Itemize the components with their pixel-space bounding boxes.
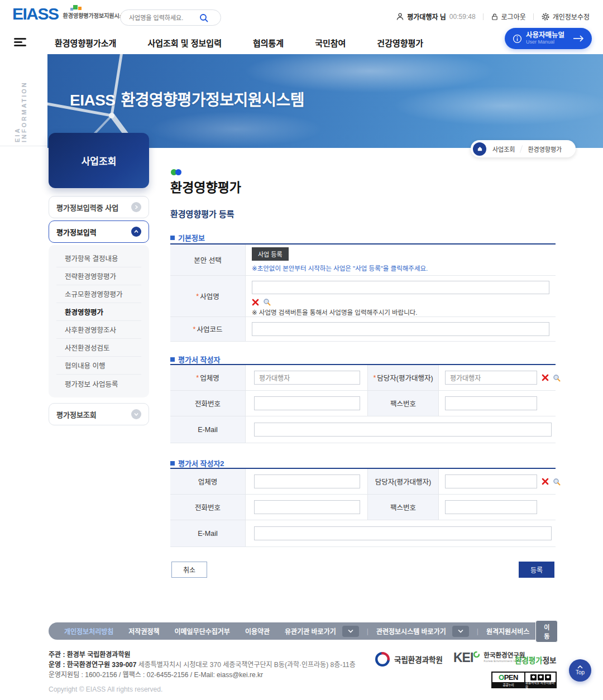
breadcrumb-project-search[interactable]: 사업조회: [486, 145, 521, 154]
search-magnifier-icon[interactable]: [263, 298, 271, 306]
logo-text: EIASS: [12, 6, 59, 21]
submenu-eval-items[interactable]: 평가항목 결정내용: [56, 250, 141, 267]
side-strip: EIA INFORMATION: [0, 54, 47, 146]
search-magnifier-icon[interactable]: [553, 478, 561, 486]
search-magnifier-icon[interactable]: [553, 374, 561, 382]
page-title: 환경영향평가: [170, 177, 241, 196]
chevron-right-icon: [131, 202, 141, 212]
logout-button[interactable]: 로그아웃: [501, 12, 526, 21]
nav-item-stats[interactable]: 협의통계: [253, 37, 284, 49]
kei-swirl-icon: [473, 651, 480, 658]
clear-icon[interactable]: [252, 299, 259, 306]
company-label: *업체명: [170, 365, 246, 390]
eiass-page: EIASS 환경영향평가정보지원시스템 평가대행자 님 00:59:48 로그아…: [0, 0, 603, 700]
clear-icon[interactable]: [542, 374, 549, 381]
email-input[interactable]: [254, 423, 552, 437]
gear-icon: [541, 12, 550, 21]
home-icon[interactable]: [473, 142, 486, 156]
footer-supervisor: 주관 : 환경부 국립환경과학원: [49, 649, 130, 659]
submenu-small-scale-eia[interactable]: 소규모환경영향평가: [56, 285, 141, 303]
eia-information-label: EIA INFORMATION: [14, 64, 27, 142]
footer-link-bar: 개인정보처리방침 저작권정책 이메일무단수집거부 이용약관 유관기관 바로가기 …: [49, 622, 554, 640]
phone-input[interactable]: [254, 396, 360, 410]
fax-label: 팩스번호: [368, 495, 439, 520]
divider: |: [477, 627, 478, 635]
remote-support-go-button[interactable]: 이동: [535, 620, 558, 643]
related-orgs-label: 유관기관 바로가기: [285, 626, 336, 636]
manager-input[interactable]: [445, 474, 537, 488]
search-icon[interactable]: [199, 13, 209, 23]
submenu-eia-active[interactable]: 환경영향평가: [56, 303, 141, 321]
submit-button[interactable]: 등록: [519, 562, 554, 578]
manager-label: 담당자(평가대행자): [368, 469, 439, 494]
info-icon: [513, 34, 522, 44]
chevron-up-icon: [577, 665, 583, 669]
kogl-open-badge: OPEN 공공누리 공공저작물 자유이용허락: [491, 672, 557, 688]
breadcrumb-eia[interactable]: 환경영향평가: [521, 145, 568, 154]
related-orgs-dropdown[interactable]: [342, 626, 359, 637]
session-timer: 00:59:48: [449, 13, 476, 21]
company-input[interactable]: [254, 371, 360, 385]
submenu-strategic-eia[interactable]: 전략환경영향평가: [56, 267, 141, 285]
submenu-agreement-implementation[interactable]: 협의내용 이행: [56, 357, 141, 375]
hero-title-en: EIASS: [70, 92, 116, 109]
sidebar-item-projects-in-progress[interactable]: 평가정보입력중 사업: [49, 196, 149, 218]
section-title: 평가서 작성자: [178, 354, 220, 365]
header: EIASS 환경영향평가정보지원시스템 평가대행자 님 00:59:48 로그아…: [0, 0, 603, 31]
title-dots-icon: [171, 169, 184, 175]
section-title: 평가서 작성자2: [178, 458, 224, 468]
nier-logo-icon: [375, 652, 390, 667]
related-systems-dropdown[interactable]: [452, 626, 469, 637]
section-writer1: 평가서 작성자: [170, 354, 220, 365]
draft-note: ※초안없이 본안부터 시작하는 사업은 "사업 등록"을 클릭해주세요.: [252, 263, 428, 272]
manager-input[interactable]: [445, 371, 537, 385]
submenu-prior-env-review[interactable]: 사전환경성검토: [56, 339, 141, 357]
remote-support-label: 원격지원서비스: [486, 626, 529, 636]
footer-contact: 운영지원팀 : 1600-2156 / 웹팩스 : 02-6455-2156 /…: [49, 669, 263, 679]
nier-logo: 국립환경과학원: [375, 652, 443, 667]
submenu-post-eia-survey[interactable]: 사후환경영향조사: [56, 321, 141, 339]
eiass-logo[interactable]: EIASS 환경영향평가정보지원시스템: [12, 6, 130, 21]
kei-abbr: KEI: [453, 651, 473, 664]
clear-icon[interactable]: [542, 478, 549, 485]
submenu-project-registration[interactable]: 평가정보 사업등록: [56, 375, 141, 392]
manager-label: *담당자(평가대행자): [368, 365, 439, 390]
privacy-policy-link[interactable]: 개인정보처리방침: [64, 626, 113, 636]
hero-title: EIASS환경영향평가정보지원시스템: [70, 88, 304, 110]
sidebar-item-label: 평가정보조회: [56, 409, 131, 420]
copyright-policy-link[interactable]: 저작권정책: [128, 626, 159, 636]
nav-item-public[interactable]: 국민참여: [315, 37, 346, 49]
scroll-top-button[interactable]: Top: [569, 659, 591, 682]
privacy-edit-button[interactable]: 개인정보수정: [553, 12, 590, 21]
sidebar-item-eval-info-search[interactable]: 평가정보조회: [49, 403, 149, 425]
top-label: Top: [576, 669, 585, 675]
hamburger-menu-icon[interactable]: [14, 38, 26, 46]
sidebar-item-eval-info-input[interactable]: 평가정보입력: [49, 220, 149, 243]
cancel-button[interactable]: 취소: [171, 562, 207, 578]
nav-item-project-search[interactable]: 사업조회 및 정보입력: [147, 37, 222, 49]
sidebar-item-label: 평가정보입력중 사업: [56, 202, 131, 213]
nav-item-intro[interactable]: 환경영향평가소개: [55, 37, 116, 49]
sidebar-title-project-search[interactable]: 사업조회: [49, 133, 149, 188]
company-input[interactable]: [254, 474, 360, 488]
draft-select-label: 본안 선택: [170, 244, 246, 275]
fax-input[interactable]: [445, 500, 537, 514]
search-input[interactable]: [121, 15, 198, 21]
email-input[interactable]: [254, 526, 552, 540]
user-manual-button[interactable]: 사용자매뉴얼 User Manual: [505, 28, 592, 49]
biz-code-input[interactable]: [252, 322, 549, 336]
fax-input[interactable]: [445, 396, 537, 410]
project-register-button[interactable]: 사업 등록: [252, 247, 289, 261]
hero-title-ko: 환경영향평가정보지원시스템: [121, 92, 304, 109]
sidebar-item-label: 평가정보입력: [56, 227, 131, 237]
manual-subtitle: User Manual: [526, 40, 564, 45]
phone-label: 전화번호: [170, 391, 246, 416]
email-label: E-Mail: [170, 520, 246, 546]
nav-item-health[interactable]: 건강영향평가: [377, 37, 423, 49]
terms-link[interactable]: 이용약관: [245, 626, 270, 636]
kogl-sublabel: 공공저작물 자유이용허락: [525, 682, 556, 687]
phone-input[interactable]: [254, 500, 360, 514]
email-refusal-link[interactable]: 이메일무단수집거부: [175, 626, 230, 636]
biz-name-input[interactable]: [252, 281, 549, 294]
main-nav: 환경영향평가소개 사업조회 및 정보입력 협의통계 국민참여 건강영향평가 사용…: [0, 31, 603, 54]
